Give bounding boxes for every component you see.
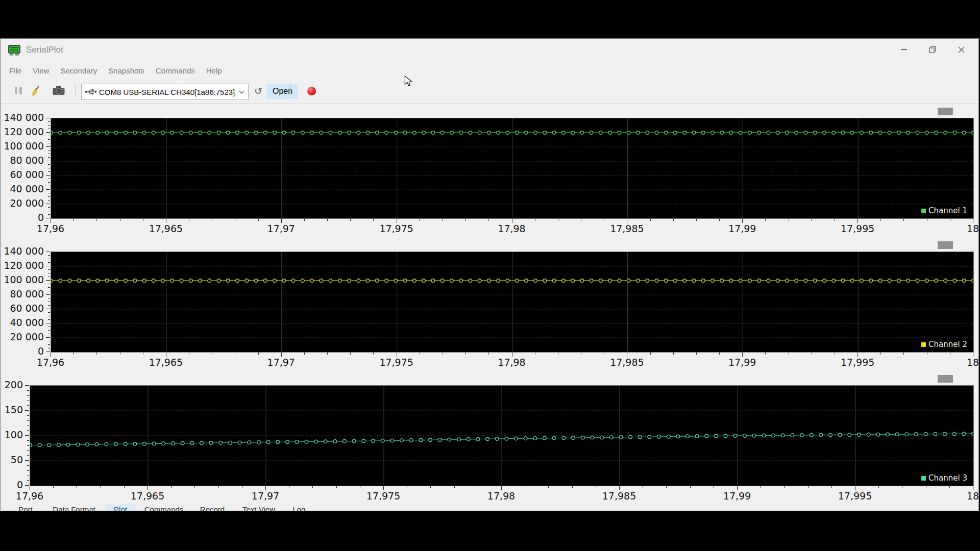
y-major-tick <box>46 189 50 190</box>
tab-plot[interactable]: Plot <box>105 504 136 511</box>
y-tick-label: 40 000 <box>10 317 44 328</box>
x-minor-tick <box>880 219 881 221</box>
series-marker <box>301 131 305 135</box>
series-marker <box>934 432 937 436</box>
series-marker <box>459 279 463 283</box>
menu-file[interactable]: File <box>4 63 27 78</box>
x-minor-tick <box>903 353 904 355</box>
menu-secondary[interactable]: Secondary <box>55 63 103 78</box>
x-minor-tick <box>373 219 374 221</box>
y-major-tick <box>46 337 50 338</box>
series-marker <box>571 279 575 283</box>
restore-button[interactable] <box>918 41 947 58</box>
series-marker <box>962 131 966 135</box>
port-select[interactable]: COM8 USB-SERIAL CH340[1a86:7523] <box>81 84 249 100</box>
pause-button[interactable] <box>10 83 27 99</box>
series-marker <box>506 279 509 283</box>
series-marker <box>181 442 184 445</box>
plot-canvas[interactable]: Channel 2 <box>51 252 974 353</box>
tab-record[interactable]: Record <box>191 504 233 511</box>
x-minor-tick <box>242 486 242 488</box>
menu-help[interactable]: Help <box>201 63 228 78</box>
window-title: SerialPlot <box>26 45 63 55</box>
x-minor-tick <box>189 353 189 355</box>
plot-scrollbar-thumb[interactable] <box>938 241 953 249</box>
y-tick-label: 120 000 <box>4 260 44 271</box>
y-tick-label: 140 000 <box>4 245 44 257</box>
close-button[interactable] <box>947 41 975 58</box>
series-marker <box>497 131 500 135</box>
series-marker <box>543 279 547 283</box>
series-marker <box>897 131 901 135</box>
legend-label: Channel 2 <box>928 340 967 349</box>
series-marker <box>459 131 463 135</box>
x-minor-tick <box>478 486 478 488</box>
legend-color-swatch <box>921 476 926 481</box>
series-marker <box>701 131 705 135</box>
series-marker <box>133 279 137 283</box>
series-marker <box>705 434 708 438</box>
tab-data-format[interactable]: Data Format <box>43 504 105 511</box>
x-tick-label: 17,97 <box>235 490 296 502</box>
series-marker <box>701 279 705 283</box>
tab-log[interactable]: Log <box>284 504 314 511</box>
x-tick-label: 17,98 <box>481 357 543 368</box>
x-minor-tick <box>289 486 289 488</box>
series-marker <box>282 279 286 283</box>
series-marker <box>580 131 584 135</box>
minimize-button[interactable] <box>890 41 918 58</box>
plot-scrollbar-thumb[interactable] <box>938 375 953 383</box>
menu-snapshots[interactable]: Snapshots <box>103 63 150 78</box>
y-minor-tick <box>48 287 50 288</box>
series-marker <box>276 440 280 444</box>
series-marker <box>823 131 826 135</box>
tab-commands[interactable]: Commands <box>136 504 191 511</box>
x-tick-label: 17,995 <box>824 490 886 502</box>
y-tick-label: 140 000 <box>4 112 44 123</box>
series-marker <box>152 279 155 283</box>
plot-scrollbar-thumb[interactable] <box>938 108 953 115</box>
series-marker <box>915 433 918 436</box>
x-minor-tick <box>258 219 259 221</box>
plot-canvas[interactable]: Channel 1 <box>51 118 974 219</box>
series-marker <box>30 443 32 447</box>
tab-port[interactable]: Port <box>8 504 43 511</box>
series-marker <box>352 439 356 443</box>
x-minor-tick <box>789 353 789 355</box>
series-marker <box>238 441 241 444</box>
x-minor-tick <box>673 219 674 221</box>
series-marker <box>819 433 823 437</box>
series-marker <box>295 440 299 444</box>
refresh-ports-button[interactable]: ↺ <box>252 83 265 99</box>
series-marker <box>739 131 742 135</box>
clear-button[interactable] <box>27 83 44 99</box>
series-marker <box>860 131 864 135</box>
series-marker <box>366 279 370 283</box>
x-minor-tick <box>949 486 950 488</box>
series-marker <box>683 279 687 283</box>
plot-canvas[interactable]: Channel 3 <box>30 385 974 486</box>
tab-text-view[interactable]: Text View <box>233 504 284 511</box>
x-minor-tick <box>360 486 360 488</box>
y-tick-label: 50 <box>11 454 23 465</box>
letterbox-top <box>0 0 980 38</box>
series-marker <box>638 435 642 439</box>
y-major-tick <box>46 204 50 204</box>
open-port-button[interactable]: Open <box>267 84 298 99</box>
x-major-tick <box>855 486 855 490</box>
series-marker <box>655 279 658 283</box>
series-marker <box>229 441 232 444</box>
series-marker <box>562 279 566 283</box>
snapshot-button[interactable] <box>48 83 69 99</box>
menu-view[interactable]: View <box>27 63 55 78</box>
series-marker <box>618 279 621 283</box>
series-marker <box>733 434 737 438</box>
x-major-tick <box>166 353 166 357</box>
record-button[interactable] <box>303 83 320 99</box>
series-marker <box>86 443 89 446</box>
series-marker <box>543 437 547 440</box>
menu-commands[interactable]: Commands <box>150 63 201 78</box>
title-bar[interactable]: SerialPlot <box>1 39 978 62</box>
series-marker <box>757 131 761 135</box>
y-minor-tick <box>48 211 50 211</box>
